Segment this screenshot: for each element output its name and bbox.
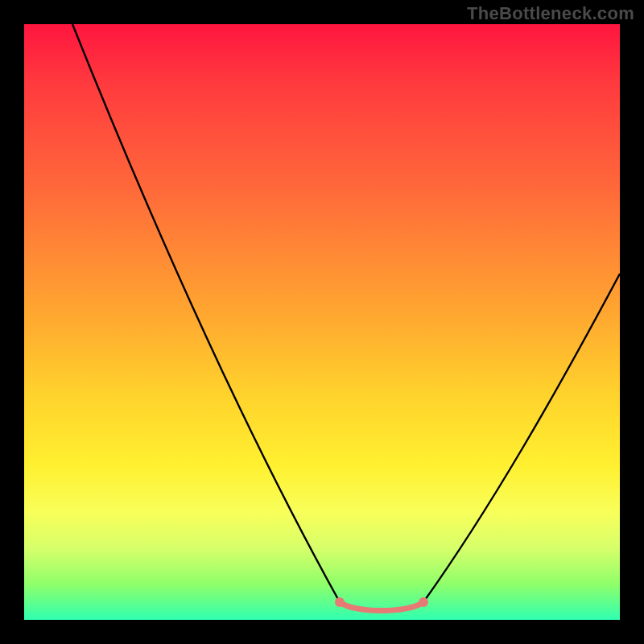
watermark-text: TheBottleneck.com (467, 3, 634, 24)
plot-area (24, 24, 620, 620)
valley-dot-right (419, 597, 428, 607)
valley-dot-left (335, 597, 345, 607)
bottleneck-curve (24, 24, 620, 620)
curve-right-branch (423, 274, 620, 602)
valley-highlight (340, 602, 423, 611)
chart-frame: TheBottleneck.com (0, 0, 644, 644)
curve-left-branch (72, 24, 340, 602)
